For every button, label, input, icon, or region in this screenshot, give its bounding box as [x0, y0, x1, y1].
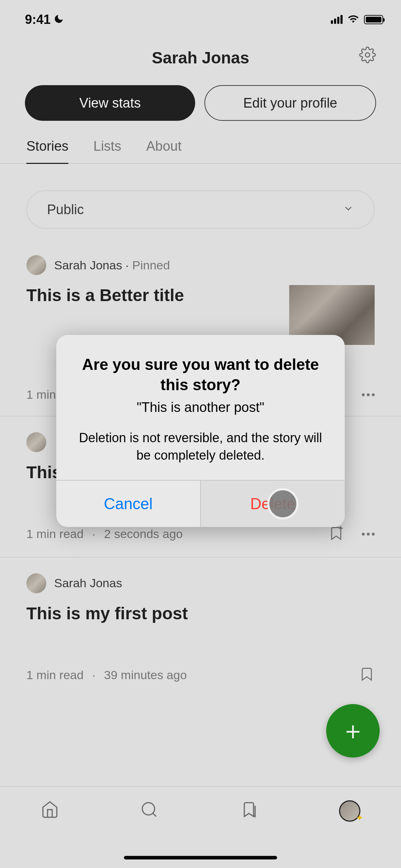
cancel-button[interactable]: Cancel [56, 481, 200, 527]
modal-title: Are you sure you want to delete this sto… [72, 354, 329, 395]
modal-message: Deletion is not reversible, and the stor… [72, 429, 329, 464]
modal-overlay[interactable]: Are you sure you want to delete this sto… [0, 0, 401, 868]
touch-indicator [267, 488, 298, 520]
cancel-label: Cancel [104, 495, 153, 513]
delete-button[interactable]: Delete [200, 481, 345, 527]
modal-subtitle: "This is another post" [72, 400, 329, 415]
delete-confirmation-modal: Are you sure you want to delete this sto… [56, 335, 345, 527]
